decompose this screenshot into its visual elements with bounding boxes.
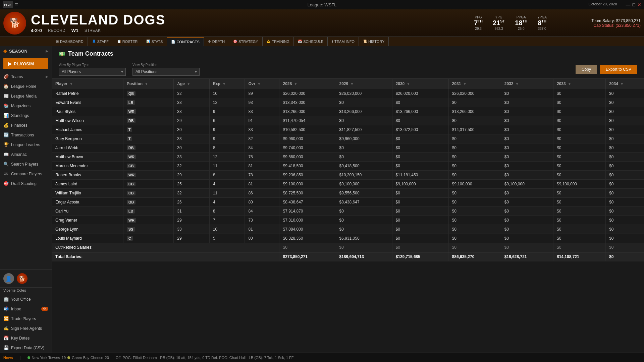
sidebar-item-standings[interactable]: 📊 Standings	[0, 111, 52, 120]
player-2030: $0	[392, 225, 448, 234]
player-2030: $0	[392, 216, 448, 225]
tab-depth[interactable]: ⚙ DEPTH	[204, 37, 229, 46]
player-2031: $0	[448, 189, 501, 198]
tab-dashboard[interactable]: ⊞ DASHBOARD	[52, 37, 88, 46]
sidebar-item-trade-players[interactable]: 🔀 Trade Players	[0, 314, 52, 323]
player-ovr: 75	[245, 153, 279, 162]
table-row[interactable]: Rafael Petrie QB 32 10 89 $26,020,000 $2…	[52, 89, 644, 98]
sidebar-item-magazines[interactable]: 📚 Magazines	[0, 101, 52, 111]
close-button[interactable]: ✕	[637, 2, 641, 7]
filter-player-type-label: View By Player Type	[59, 63, 126, 67]
player-2032: $0	[501, 116, 553, 125]
tab-contracts[interactable]: 📄 CONTRACTS	[167, 37, 204, 46]
col-2033[interactable]: 2033 ▼	[553, 79, 605, 89]
col-age[interactable]: Age ▼	[174, 79, 210, 89]
tab-history[interactable]: 📜 HISTORY	[359, 37, 389, 46]
col-2029[interactable]: 2029 ▼	[336, 79, 392, 89]
table-row[interactable]: Greg Varner WR 29 7 73 $7,310,000 $0 $0 …	[52, 216, 644, 225]
player-age: 32	[174, 89, 210, 98]
table-row[interactable]: Matthew Wilson RB 29 6 91 $11,470,054 $0…	[52, 116, 644, 125]
position-select[interactable]: All Positions QB RB WR LB CB	[132, 68, 200, 76]
player-exp: 12	[209, 98, 245, 107]
player-name: Jarred Webb	[52, 143, 123, 153]
col-position[interactable]: Position ▼	[123, 79, 174, 89]
tab-strategy[interactable]: 🎯 STRATEGY	[229, 37, 262, 46]
contracts-table-wrapper[interactable]: Player ▼ Position ▼ Age ▼ Exp ▼ Ovr ▼ 20…	[52, 79, 644, 353]
col-ovr[interactable]: Ovr ▼	[245, 79, 279, 89]
copy-button[interactable]: Copy	[576, 65, 597, 74]
sidebar-item-search-players[interactable]: 🔍 Search Players	[0, 159, 52, 169]
table-row[interactable]: George Lynn SS 33 10 81 $7,084,000 $0 $0…	[52, 225, 644, 234]
sidebar-item-teams[interactable]: 🏈 Teams ▶	[0, 72, 52, 81]
table-row[interactable]: Louis Maynard C 29 5 80 $6,328,350 $6,93…	[52, 234, 644, 243]
sidebar-item-sign-free-agents[interactable]: ✍ Sign Free Agents	[0, 323, 52, 333]
table-row[interactable]: Edward Evans LB 33 12 93 $13,343,000 $0 …	[52, 98, 644, 107]
col-2034[interactable]: 2034 ▼	[606, 79, 644, 89]
table-row[interactable]: Jarred Webb RB 30 8 84 $9,740,000 $0 $0 …	[52, 143, 644, 153]
player-2029: $0	[336, 207, 392, 216]
tab-roster[interactable]: 📋 ROSTER	[113, 37, 142, 46]
table-row[interactable]: Gary Bergeron T 33 9 82 $9,960,000 $9,96…	[52, 134, 644, 143]
col-exp[interactable]: Exp ▼	[209, 79, 245, 89]
player-2029: $6,931,050	[336, 234, 392, 243]
col-player[interactable]: Player ▼	[52, 79, 123, 89]
col-2032[interactable]: 2032 ▼	[501, 79, 553, 89]
sidebar-item-almanac[interactable]: 📖 Almanac	[0, 149, 52, 159]
player-2034: $0	[606, 125, 644, 134]
player-age: 33	[174, 107, 210, 116]
col-2030[interactable]: 2030 ▼	[392, 79, 448, 89]
sidebar-item-transactions[interactable]: 🔄 Transactions	[0, 130, 52, 140]
maximize-button[interactable]: □	[633, 2, 635, 7]
player-2033: $0	[553, 207, 605, 216]
sidebar-finances-label: Finances	[11, 123, 28, 128]
sidebar-item-inbox[interactable]: 📬 Inbox 44	[0, 304, 52, 314]
export-csv-button[interactable]: Export to CSV	[600, 65, 637, 74]
sidebar-item-draft-scouting[interactable]: 🎯 Draft Scouting	[0, 179, 52, 188]
table-row[interactable]: Marcus Menendez CB 32 11 81 $9,418,500 $…	[52, 162, 644, 171]
season-arrow-icon: ▶	[46, 49, 48, 53]
table-row[interactable]: James Laird CB 25 4 81 $9,100,000 $9,100…	[52, 180, 644, 189]
player-2032: $0	[501, 98, 553, 107]
player-exp: 8	[209, 207, 245, 216]
hamburger-icon[interactable]: ☰	[15, 3, 18, 7]
sidebar-item-your-office[interactable]: 🏢 Your Office	[0, 294, 52, 304]
minimize-button[interactable]: —	[626, 2, 631, 7]
player-age: 26	[174, 198, 210, 207]
player-2028: $10,582,500	[279, 125, 336, 134]
sidebar-item-league-home[interactable]: 🏠 League Home	[0, 81, 52, 91]
sidebar-item-compare-players[interactable]: ⚖ Compare Players	[0, 169, 52, 179]
player-2032: $0	[501, 143, 553, 153]
player-name: Paul Styles	[52, 107, 123, 116]
player-age: 30	[174, 125, 210, 134]
player-2028: $8,725,500	[279, 189, 336, 198]
player-age: 33	[174, 153, 210, 162]
sidebar-item-league-media[interactable]: 📰 League Media	[0, 91, 52, 101]
player-exp: 4	[209, 198, 245, 207]
table-row[interactable]: Robert Brooks WR 29 8 78 $9,236,850 $10,…	[52, 171, 644, 180]
sidebar-item-finances[interactable]: 💰 Finances	[0, 120, 52, 130]
tab-staff[interactable]: 👤 STAFF	[88, 37, 113, 46]
play-sim-button[interactable]: ▶ PLAY/SIM	[3, 58, 48, 69]
sidebar-item-league-leaders[interactable]: 🏆 League Leaders	[0, 140, 52, 149]
tab-staff-label: STAFF	[97, 40, 109, 44]
tab-stats[interactable]: 📊 STATS	[142, 37, 167, 46]
table-row[interactable]: Carl Yu LB 31 8 84 $7,914,870 $0 $0 $0 $…	[52, 207, 644, 216]
table-row[interactable]: Paul Styles WR 33 9 83 $13,266,000 $13,2…	[52, 107, 644, 116]
player-ovr: 80	[245, 234, 279, 243]
player-ovr: 91	[245, 116, 279, 125]
tab-schedule[interactable]: 📅 SCHEDULE	[294, 37, 328, 46]
player-type-select[interactable]: All Players Active Players Injured Playe…	[59, 68, 126, 76]
sidebar-item-key-dates[interactable]: 📅 Key Dates	[0, 333, 52, 343]
table-row[interactable]: Edgar Acosta QB 26 4 80 $8,438,647 $8,43…	[52, 198, 644, 207]
player-2029: $13,266,000	[336, 107, 392, 116]
table-row[interactable]: Michael James T 30 9 83 $10,582,500 $11,…	[52, 125, 644, 134]
col-2031[interactable]: 2031 ▼	[448, 79, 501, 89]
table-row[interactable]: Matthew Brown WR 33 12 75 $9,560,000 $0 …	[52, 153, 644, 162]
tab-training[interactable]: 💪 TRAINING	[263, 37, 294, 46]
col-2028[interactable]: 2028 ▼	[279, 79, 336, 89]
table-row[interactable]: William Trujillo CB 32 11 86 $8,725,500 …	[52, 189, 644, 198]
tab-team-info[interactable]: ℹ TEAM INFO	[328, 37, 359, 46]
totals-row: Total Salaries: $273,850,271 $189,604,71…	[52, 252, 644, 261]
player-exp: 5	[209, 234, 245, 243]
sidebar-item-export-data[interactable]: 💾 Export Data (CSV)	[0, 343, 52, 353]
